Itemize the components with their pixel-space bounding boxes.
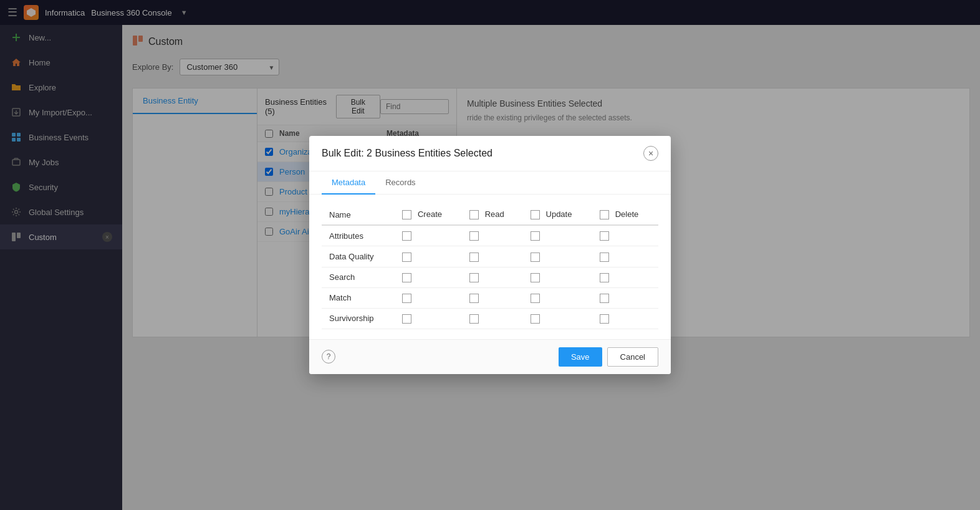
footer-actions: Save Cancel [559,347,658,367]
dialog-close-button[interactable]: × [643,146,658,161]
perm-row-survivorship: Survivorship [322,308,658,329]
perm-row-search: Search [322,267,658,287]
modal-overlay: Bulk Edit: 2 Business Entities Selected … [0,0,980,510]
read-header-checkbox[interactable] [469,210,479,219]
perm-name-attributes: Attributes [322,225,395,246]
search-read-checkbox[interactable] [469,273,479,282]
col-update-th: Update [523,204,592,225]
col-read-th: Read [462,204,523,225]
attributes-read-checkbox[interactable] [469,231,479,241]
attributes-create-checkbox[interactable] [402,231,411,241]
dataquality-read-checkbox[interactable] [469,253,479,262]
save-button[interactable]: Save [559,347,602,367]
search-create-checkbox[interactable] [402,273,411,282]
match-read-checkbox[interactable] [469,294,479,303]
dialog-tab-metadata[interactable]: Metadata [322,171,375,195]
cancel-button[interactable]: Cancel [607,347,658,367]
perm-name-match: Match [322,287,395,308]
dialog-title: Bulk Edit: 2 Business Entities Selected [322,148,492,159]
dialog-tabs: Metadata Records [309,171,671,195]
col-delete-th: Delete [592,204,658,225]
help-button[interactable]: ? [322,350,335,363]
dataquality-update-checkbox[interactable] [531,253,540,262]
perm-name-dataquality: Data Quality [322,246,395,267]
delete-header-checkbox[interactable] [600,210,609,219]
dataquality-create-checkbox[interactable] [402,253,411,262]
update-header-checkbox[interactable] [531,210,540,219]
search-update-checkbox[interactable] [531,273,540,282]
perm-name-survivorship: Survivorship [322,308,395,329]
perm-row-attributes: Attributes [322,225,658,246]
dialog-footer: ? Save Cancel [309,339,671,374]
dataquality-delete-checkbox[interactable] [600,253,609,262]
survivorship-delete-checkbox[interactable] [600,314,609,324]
perm-row-dataquality: Data Quality [322,246,658,267]
survivorship-update-checkbox[interactable] [531,314,540,324]
match-update-checkbox[interactable] [531,294,540,303]
col-create-th: Create [395,204,462,225]
attributes-update-checkbox[interactable] [531,231,540,241]
match-delete-checkbox[interactable] [600,294,609,303]
dialog-tab-records[interactable]: Records [375,171,425,195]
attributes-delete-checkbox[interactable] [600,231,609,241]
perm-row-match: Match [322,287,658,308]
create-header-checkbox[interactable] [402,210,411,219]
perm-name-search: Search [322,267,395,287]
dialog-body: Name Create Read Update [309,195,671,339]
survivorship-create-checkbox[interactable] [402,314,411,324]
permissions-table: Name Create Read Update [322,204,658,329]
col-name-th: Name [322,204,395,225]
search-delete-checkbox[interactable] [600,273,609,282]
match-create-checkbox[interactable] [402,294,411,303]
bulk-edit-dialog: Bulk Edit: 2 Business Entities Selected … [309,136,671,373]
dialog-header: Bulk Edit: 2 Business Entities Selected … [309,136,671,171]
survivorship-read-checkbox[interactable] [469,314,479,324]
